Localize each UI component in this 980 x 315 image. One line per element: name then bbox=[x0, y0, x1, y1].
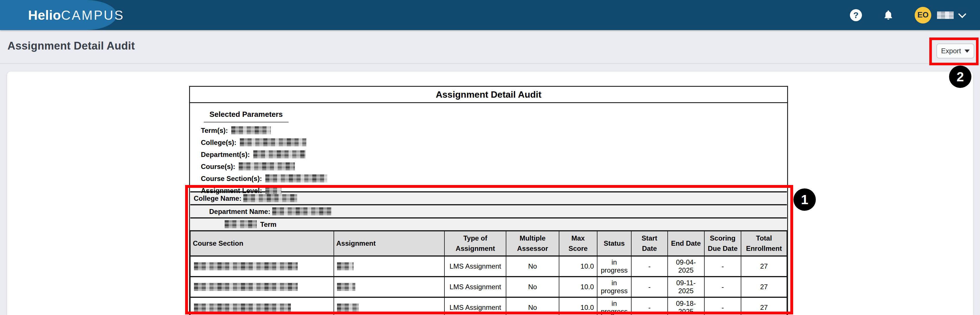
top-navbar: HelioCAMPUS ? EO bbox=[0, 0, 980, 30]
col-course-section: Course Section bbox=[190, 231, 334, 256]
redacted-value bbox=[337, 283, 355, 291]
group-row-department: Department Name: bbox=[190, 205, 787, 218]
page-header: Assignment Detail Audit bbox=[0, 30, 980, 64]
caret-down-icon bbox=[964, 49, 970, 53]
redacted-value bbox=[265, 187, 282, 195]
param-colleges: College(s): bbox=[201, 138, 787, 147]
redacted-value bbox=[231, 126, 271, 134]
selected-parameters-heading: Selected Parameters bbox=[204, 110, 288, 123]
redacted-value bbox=[253, 150, 305, 158]
help-icon[interactable]: ? bbox=[850, 9, 862, 21]
group-row-term: Term bbox=[190, 218, 787, 231]
export-button-label: Export bbox=[941, 47, 961, 55]
redacted-value bbox=[225, 220, 257, 228]
assignment-audit-table: College Name: Department Name: Term Cour… bbox=[190, 191, 787, 315]
param-course-sections: Course Section(s): bbox=[201, 174, 787, 183]
param-terms: Term(s): bbox=[201, 126, 787, 135]
heliocampus-logo[interactable]: HelioCAMPUS bbox=[28, 8, 124, 23]
table-row: LMS Assignment No 10.0 in progress - 09-… bbox=[190, 297, 787, 315]
redacted-value bbox=[194, 304, 291, 312]
redacted-value bbox=[194, 262, 298, 270]
logo-text-helio: Helio bbox=[28, 8, 61, 23]
navbar-actions: ? EO bbox=[850, 0, 965, 30]
logo-text-campus: CAMPUS bbox=[61, 8, 124, 23]
user-name-redacted bbox=[937, 11, 954, 19]
table-row: LMS Assignment No 10.0 in progress - 09-… bbox=[190, 256, 787, 277]
redacted-value bbox=[265, 174, 327, 182]
col-total-enrollment: Total Enrollment bbox=[741, 231, 787, 256]
col-assignment: Assignment bbox=[334, 231, 445, 256]
col-status: Status bbox=[597, 231, 632, 256]
param-courses: Course(s): bbox=[201, 162, 787, 171]
param-departments: Department(s): bbox=[201, 150, 787, 159]
page-title: Assignment Detail Audit bbox=[8, 40, 135, 52]
col-start-date: Start Date bbox=[631, 231, 667, 256]
col-type-of-assignment: Type of Assignment bbox=[444, 231, 506, 256]
redacted-value bbox=[337, 262, 353, 270]
avatar[interactable]: EO bbox=[915, 7, 931, 24]
redacted-value bbox=[240, 138, 306, 146]
navbar-brand-section: HelioCAMPUS bbox=[0, 0, 117, 30]
notifications-bell-icon[interactable] bbox=[883, 9, 894, 21]
report-container: Assignment Detail Audit Selected Paramet… bbox=[189, 86, 788, 315]
col-max-score: Max Score bbox=[559, 231, 597, 256]
redacted-value bbox=[272, 207, 332, 215]
redacted-value bbox=[194, 283, 298, 291]
col-multiple-assessor: Multiple Assessor bbox=[506, 231, 559, 256]
redacted-value bbox=[243, 194, 297, 202]
col-end-date: End Date bbox=[668, 231, 704, 256]
user-menu[interactable]: EO bbox=[915, 7, 965, 24]
col-scoring-due-date: Scoring Due Date bbox=[704, 231, 741, 256]
redacted-value bbox=[239, 162, 295, 170]
export-button[interactable]: Export bbox=[937, 44, 974, 59]
chevron-down-icon[interactable] bbox=[958, 10, 966, 18]
report-title: Assignment Detail Audit bbox=[190, 87, 787, 103]
selected-parameters-section: Selected Parameters Term(s): College(s):… bbox=[190, 103, 787, 191]
app-grid-icon[interactable] bbox=[13, 9, 17, 22]
table-header-row: Course Section Assignment Type of Assign… bbox=[190, 231, 787, 256]
redacted-value bbox=[337, 304, 359, 312]
table-row: LMS Assignment No 10.0 in progress - 09-… bbox=[190, 277, 787, 297]
